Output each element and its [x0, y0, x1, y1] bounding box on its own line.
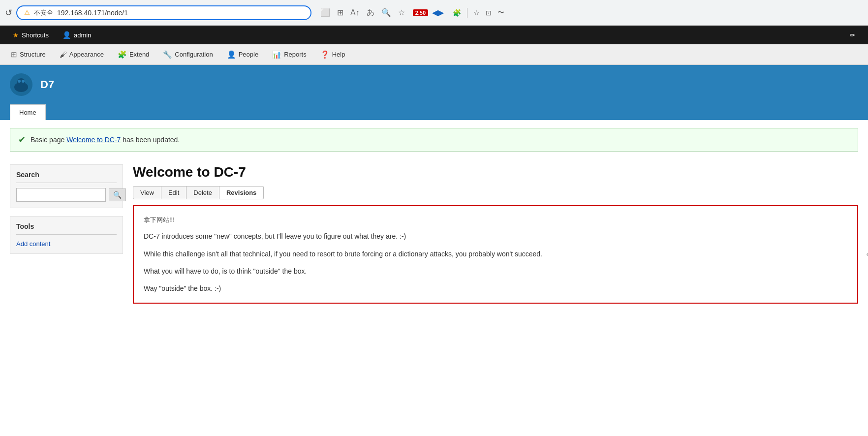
sidebar-toggle-icon[interactable]: ◀▶	[432, 8, 444, 17]
shortcuts-label: Shortcuts	[22, 31, 49, 39]
content-line-3: While this challenge isn't all that tech…	[144, 248, 847, 260]
zoom-out-icon[interactable]: 🔍	[381, 8, 391, 17]
extension2-icon[interactable]: ⊡	[486, 9, 492, 17]
star-ext-icon[interactable]: ☆	[473, 9, 480, 17]
search-button[interactable]: 🔍	[109, 188, 126, 201]
pencil-icon: ✏	[850, 31, 855, 39]
edit-page-icon[interactable]: ✏	[843, 26, 862, 44]
content-box: 拿下网站!!! DC-7 introduces some "new" conce…	[133, 205, 858, 304]
status-prefix: Basic page	[31, 136, 66, 144]
nav-appearance-label: Appearance	[69, 51, 104, 58]
user-icon: 👤	[62, 31, 71, 39]
node-tabs: View Edit Delete Revisions	[133, 186, 858, 199]
tab-revisions[interactable]: Revisions	[219, 186, 264, 199]
nav-configuration-label: Configuration	[175, 51, 213, 58]
profile-icon[interactable]: 〜	[497, 8, 504, 17]
url-warning-text: 不安全	[34, 8, 53, 17]
search-block-title: Search	[16, 171, 117, 183]
extend-icon: 🧩	[118, 50, 127, 59]
nav-reports[interactable]: 📊 Reports	[265, 44, 313, 65]
star-icon: ★	[13, 31, 19, 39]
sidebar: Search 🔍 Tools Add content	[10, 164, 123, 304]
admin-user-menu-item[interactable]: 👤 admin	[56, 26, 98, 44]
site-tabs: Home	[0, 104, 868, 120]
nav-appearance[interactable]: 🖌 Appearance	[53, 44, 111, 65]
browser-url-bar[interactable]: ⚠ 不安全 192.168.40.171/node/1	[16, 5, 311, 20]
content-line-4: What you will have to do, is to think "o…	[144, 265, 847, 278]
nav-extend[interactable]: 🧩 Extend	[111, 44, 156, 65]
translate-icon[interactable]: あ	[367, 7, 374, 18]
browser-bar: ↺ ⚠ 不安全 192.168.40.171/node/1 ⬜ ⊞ A↑ あ 🔍…	[0, 0, 868, 26]
url-text[interactable]: 192.168.40.171/node/1	[57, 9, 304, 17]
content-line-5: Way "outside" the box. :-)	[144, 282, 847, 295]
drupal-nav-menu: ⊞ Structure 🖌 Appearance 🧩 Extend 🔧 Conf…	[0, 44, 868, 65]
browser-back-icon[interactable]: ↺	[5, 7, 12, 18]
structure-icon: ⊞	[11, 50, 17, 59]
nav-configuration[interactable]: 🔧 Configuration	[156, 44, 219, 65]
people-icon: 👤	[227, 50, 236, 59]
puzzle-icon[interactable]: 🧩	[453, 9, 461, 17]
status-suffix: has been updated.	[121, 136, 180, 144]
main-content: Search 🔍 Tools Add content Welcome to DC…	[0, 159, 868, 309]
tab-view[interactable]: View	[133, 186, 161, 199]
nav-people-label: People	[239, 51, 258, 58]
reports-icon: 📊	[272, 50, 281, 59]
search-row: 🔍	[16, 188, 117, 202]
admin-label: admin	[74, 31, 91, 39]
nav-structure[interactable]: ⊞ Structure	[4, 44, 53, 65]
shortcuts-menu-item[interactable]: ★ Shortcuts	[6, 26, 56, 44]
bookmark-icon[interactable]: ☆	[398, 8, 405, 17]
add-content-link[interactable]: Add content	[16, 240, 50, 248]
appearance-icon: 🖌	[60, 50, 67, 59]
node-title: Welcome to DC-7	[133, 164, 858, 180]
content-line-1: 拿下网站!!!	[144, 214, 847, 225]
nav-help-label: Help	[332, 51, 345, 58]
nav-people[interactable]: 👤 People	[220, 44, 265, 65]
content-line-2: DC-7 introduces some "new" concepts, but…	[144, 230, 847, 243]
svg-point-4	[22, 80, 25, 83]
security-warning-icon: ⚠	[24, 9, 30, 16]
nav-structure-label: Structure	[20, 51, 46, 58]
status-message: ✔ Basic page Welcome to DC-7 has been up…	[10, 128, 858, 152]
tab-home[interactable]: Home	[10, 104, 46, 120]
tab-edit[interactable]: Edit	[161, 186, 186, 199]
status-check-icon: ✔	[18, 134, 26, 145]
search-input[interactable]	[16, 188, 106, 202]
tools-block: Tools Add content	[10, 216, 123, 254]
reader-icon[interactable]: A↑	[350, 8, 360, 17]
configuration-icon: 🔧	[163, 50, 172, 59]
svg-point-3	[18, 80, 21, 83]
grid-icon[interactable]: ⊞	[337, 8, 343, 17]
status-message-text: Basic page Welcome to DC-7 has been upda…	[31, 136, 180, 144]
tab-delete[interactable]: Delete	[186, 186, 219, 199]
node-content: Welcome to DC-7 View Edit Delete Revisio…	[133, 164, 858, 304]
site-header: D7	[0, 65, 868, 104]
status-link[interactable]: Welcome to DC-7	[66, 136, 121, 144]
nav-extend-label: Extend	[129, 51, 149, 58]
nav-reports-label: Reports	[284, 51, 307, 58]
help-icon: ❓	[320, 50, 330, 59]
browser-toolbar-icons: ⬜ ⊞ A↑ あ 🔍 ☆	[320, 7, 405, 18]
content-wrapper: 拿下网站!!! DC-7 introduces some "new" conce…	[133, 205, 858, 304]
site-logo	[10, 73, 32, 96]
browser-extension-icons: 🧩 ☆ ⊡ 〜	[453, 8, 504, 18]
tab-icon[interactable]: ⬜	[320, 8, 330, 17]
tools-block-title: Tools	[16, 222, 117, 235]
nav-help[interactable]: ❓ Help	[313, 44, 352, 65]
extension-badge: 2.50	[413, 9, 428, 16]
site-title: D7	[40, 78, 54, 91]
search-block: Search 🔍	[10, 164, 123, 208]
admin-bar: ★ Shortcuts 👤 admin ✏	[0, 26, 868, 44]
